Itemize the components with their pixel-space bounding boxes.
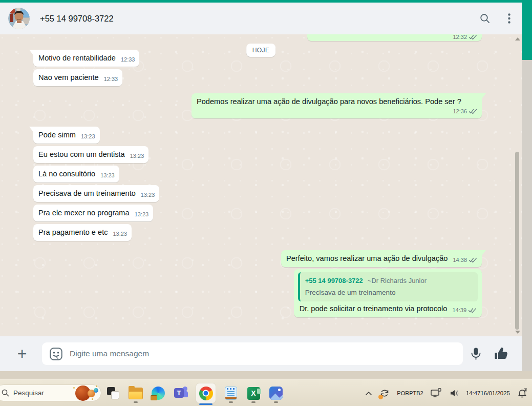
message-time: 14:38	[453, 255, 467, 265]
chrome-button[interactable]	[196, 383, 216, 403]
tray-chevron-icon[interactable]	[365, 391, 372, 396]
file-explorer-icon	[129, 388, 143, 399]
notepad-line	[227, 391, 235, 392]
edge-button[interactable]	[151, 382, 165, 404]
blob-circle	[94, 388, 98, 393]
message-time: 13:23	[100, 171, 115, 180]
message-text: Pra pagamento e etc	[38, 228, 108, 237]
message-time: 12:36	[453, 107, 467, 116]
clock-date[interactable]: 14:47 16/01/2025	[466, 390, 510, 397]
kebab-menu-icon[interactable]	[508, 13, 510, 24]
message-row: Nao vem paciente 12:33	[0, 69, 522, 86]
chat-message-in[interactable]: Eu estou com um dentista 13:23	[33, 146, 148, 163]
photos-icon	[269, 387, 283, 400]
sticker-emoji-icon[interactable]	[49, 347, 63, 361]
contact-avatar[interactable]	[8, 8, 30, 29]
message-meta: 12:33	[99, 74, 118, 84]
message-meta: 12:36	[448, 107, 477, 116]
file-explorer-button[interactable]	[129, 382, 143, 404]
message-body: Dr. pode solicitar o treinamento via pro…	[298, 301, 478, 314]
search-icon[interactable]	[479, 13, 491, 24]
chat-message-in[interactable]: Pode simm 13:23	[33, 127, 100, 144]
chat-header: +55 14 99708-3722	[0, 3, 522, 34]
whatsapp-window: +55 14 99708-3722 HOJE 12:32	[0, 3, 522, 371]
scrollbar-down-arrow[interactable]	[515, 331, 520, 334]
scrollbar-thumb[interactable]	[515, 152, 519, 330]
delivered-check-icon	[469, 109, 477, 114]
scrollbar-up-arrow[interactable]	[515, 37, 520, 40]
chat-message-out[interactable]: Podemos realizar uma ação de divulgação …	[191, 93, 482, 118]
tray-date: 16/01/2025	[480, 390, 510, 397]
delivered-check-icon	[468, 308, 477, 313]
folder-front	[129, 392, 142, 399]
running-indicator	[251, 401, 256, 403]
taskbar-apps: T	[106, 380, 283, 406]
message-row: Perfeito, vamos realizar uma ação de div…	[0, 250, 522, 267]
notepad-bottom-strip	[225, 397, 237, 399]
message-row: Pra pagamento e etc 13:23	[0, 224, 522, 241]
notepad-binding-dots	[227, 388, 235, 390]
task-view-icon	[107, 387, 119, 399]
search-icon	[2, 389, 9, 397]
running-indicator	[229, 401, 233, 403]
chat-message-in[interactable]: Precisava de um treinamento 13:23	[33, 185, 159, 202]
chat-message-out-clipped[interactable]: 12:32	[307, 34, 482, 41]
chat-contact-name[interactable]: +55 14 99708-3722	[40, 14, 479, 24]
chat-message-out[interactable]: Perfeito, vamos realizar uma ação de div…	[281, 250, 482, 267]
message-text: Nao vem paciente	[38, 73, 99, 83]
sync-icon[interactable]	[379, 388, 390, 399]
microphone-icon[interactable]	[470, 347, 482, 361]
search-highlight-image	[72, 385, 99, 401]
chat-message-in[interactable]: Lá no consultório 13:23	[33, 166, 119, 182]
language-indicator[interactable]: POR PTB2	[397, 390, 423, 397]
excel-button[interactable]: X	[246, 382, 261, 404]
message-meta: 12:33	[116, 55, 135, 65]
speaker-icon[interactable]	[449, 388, 459, 398]
chat-message-in[interactable]: Pra pagamento e etc 13:23	[33, 224, 132, 241]
message-row: Pra ele mexer no programa 13:23	[0, 205, 522, 221]
teams-icon: T	[174, 387, 187, 400]
message-meta: 14:39	[447, 306, 477, 315]
quoted-author-phone: +55 14 99708-3722	[305, 276, 363, 286]
task-view-front-square	[111, 391, 119, 399]
teams-button[interactable]: T	[174, 382, 188, 404]
chat-message-in[interactable]: Motivo de rentabilidade 12:33	[33, 50, 139, 67]
photos-button[interactable]	[269, 382, 283, 404]
chat-message-in[interactable]: Pra ele mexer no programa 13:23	[33, 205, 153, 221]
message-row: Eu estou com um dentista 13:23	[0, 146, 522, 163]
message-time: 13:23	[141, 190, 155, 200]
notepad-button[interactable]	[224, 382, 238, 404]
message-meta: 13:23	[76, 132, 95, 141]
message-time: 14:39	[452, 306, 466, 315]
photos-mountain	[269, 393, 283, 400]
message-row: Pode simm 13:23	[0, 127, 522, 144]
quoted-message[interactable]: +55 14 99708-3722 ~Dr Richards Junior Pr…	[298, 272, 478, 301]
system-tray: POR PTB2 14:47 16/01/	[365, 380, 529, 406]
chat-scrollbar[interactable]	[515, 34, 520, 336]
network-display-icon[interactable]	[430, 388, 442, 399]
message-row: Podemos realizar uma ação de divulgação …	[0, 93, 522, 118]
date-divider: HOJE	[246, 44, 276, 57]
message-text: Pra ele mexer no programa	[38, 208, 130, 218]
attach-plus-icon[interactable]: +	[14, 347, 30, 361]
focus-bell-icon[interactable]	[517, 387, 529, 399]
excel-sheet-tab	[257, 389, 261, 394]
chat-message-in[interactable]: Nao vem paciente 12:33	[33, 69, 122, 86]
task-view-button[interactable]	[106, 382, 120, 404]
message-input-pill[interactable]	[42, 342, 463, 365]
taskbar-search-input[interactable]	[13, 389, 62, 397]
notepad-icon	[225, 387, 237, 400]
message-meta: 13:23	[125, 151, 144, 161]
thumbs-up-icon[interactable]	[494, 347, 508, 361]
desktop-screen: +55 14 99708-3722 HOJE 12:32	[0, 0, 532, 406]
chat-message-out-with-quote[interactable]: +55 14 99708-3722 ~Dr Richards Junior Pr…	[294, 269, 482, 317]
quoted-message-text: Precisava de um treinamento	[305, 288, 473, 297]
taskbar-search-box[interactable]	[0, 384, 101, 401]
message-input[interactable]	[70, 349, 456, 358]
background-window-body	[522, 60, 532, 371]
message-text: Eu estou com um dentista	[38, 150, 125, 159]
avatar-photo	[8, 8, 30, 29]
notepad-line	[227, 393, 235, 394]
message-row: Precisava de um treinamento 13:23	[0, 185, 522, 202]
notepad-line	[227, 395, 235, 396]
